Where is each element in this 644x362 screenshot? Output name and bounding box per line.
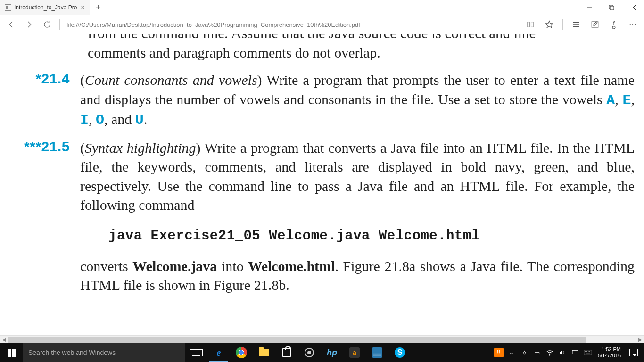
partial-line: from the command line. Assume that the J…: [88, 34, 637, 43]
code-example: java Exercise21_05 Welcome.java Welcome.…: [108, 228, 635, 244]
start-button[interactable]: [0, 343, 23, 362]
scroll-left-icon[interactable]: ◀: [0, 336, 8, 344]
tray-messages-icon[interactable]: [570, 343, 581, 362]
svg-marker-15: [560, 350, 562, 355]
page-icon: [5, 4, 11, 11]
tray-chevron-up[interactable]: ︿: [506, 343, 517, 362]
chrome-icon: [236, 347, 247, 358]
taskbar: Search the web and Windows e hp a S !! ︿…: [0, 343, 644, 362]
tray-battery-icon[interactable]: ▭: [531, 343, 543, 362]
exercise-21-5: ***21.5 (Syntax highlighting) Write a pr…: [0, 139, 637, 295]
svg-point-12: [632, 24, 633, 25]
url-input[interactable]: file:///C:/Users/Marian/Desktop/Introduc…: [64, 17, 521, 32]
tray-volume-icon[interactable]: [557, 343, 568, 362]
refresh-button[interactable]: [39, 16, 56, 33]
pdf-viewport[interactable]: from the command line. Assume that the J…: [0, 34, 637, 343]
clock-date: 5/14/2016: [598, 353, 621, 359]
windows-logo-icon: [8, 349, 16, 357]
close-tab-icon[interactable]: ×: [81, 4, 84, 11]
title-bar: Introduction_to_Java Pro × +: [0, 0, 644, 15]
web-note-button[interactable]: [586, 16, 603, 33]
skype-icon: S: [395, 347, 405, 358]
close-window-button[interactable]: [622, 0, 644, 15]
task-view-button[interactable]: [185, 343, 207, 362]
action-center-icon: [629, 349, 638, 356]
exercise-number: *21.4: [0, 71, 80, 130]
svg-point-11: [630, 24, 631, 25]
tray-wifi-icon[interactable]: [544, 343, 555, 362]
folder-icon: [259, 349, 269, 356]
exercise-body: (Syntax highlighting) Write a program th…: [80, 139, 635, 295]
taskbar-app-edge[interactable]: e: [207, 343, 230, 362]
browser-tab[interactable]: Introduction_to_Java Pro ×: [0, 0, 90, 15]
exercise-title: Count consonants and vowels: [85, 72, 257, 88]
search-placeholder: Search the web and Windows: [28, 349, 116, 356]
taskbar-app-explorer[interactable]: [253, 343, 275, 362]
amazon-icon: a: [349, 347, 360, 358]
scroll-track[interactable]: [8, 336, 636, 344]
pdf-page-content: from the command line. Assume that the J…: [0, 34, 637, 295]
exercise-21-4: *21.4 (Count consonants and vowels) Writ…: [0, 71, 637, 130]
exercise-body: (Count consonants and vowels) Write a pr…: [80, 71, 635, 130]
tab-title: Introduction_to_Java Pro: [14, 4, 77, 11]
svg-point-10: [613, 21, 615, 23]
tray-bluetooth-icon[interactable]: ✧: [519, 343, 530, 362]
more-button[interactable]: [624, 16, 641, 33]
taskbar-pinned-apps: e hp a S: [185, 343, 411, 362]
alert-badge-icon: !!: [494, 348, 504, 357]
new-tab-button[interactable]: +: [90, 0, 107, 15]
exercise-title: Syntax highlighting: [85, 140, 196, 156]
window-controls: [579, 0, 644, 15]
taskbar-app-amazon[interactable]: a: [343, 343, 366, 362]
back-button[interactable]: [3, 16, 20, 33]
exercise-number: ***21.5: [0, 139, 80, 295]
taskbar-app-store[interactable]: [275, 343, 298, 362]
svg-marker-5: [546, 21, 553, 28]
taskbar-search-input[interactable]: Search the web and Windows: [23, 343, 185, 362]
paragraph-prev-tail: comments and paragraph comments do not o…: [88, 43, 635, 63]
scroll-right-icon[interactable]: ▶: [636, 336, 644, 344]
svg-point-14: [549, 355, 550, 355]
taskbar-app-chrome[interactable]: [230, 343, 253, 362]
action-center-button[interactable]: [625, 349, 642, 356]
forward-button[interactable]: [21, 16, 38, 33]
store-icon: [282, 348, 291, 357]
minimize-button[interactable]: [579, 0, 601, 15]
circle-icon: [305, 348, 314, 357]
svg-rect-16: [572, 350, 578, 354]
taskbar-app-generic[interactable]: [298, 343, 321, 362]
task-view-icon: [192, 349, 200, 356]
svg-point-13: [635, 24, 636, 25]
maximize-button[interactable]: [601, 0, 622, 15]
share-button[interactable]: [605, 16, 622, 33]
reading-view-button[interactable]: [522, 16, 539, 33]
favorite-button[interactable]: [541, 16, 558, 33]
clock-time: 1:52 PM: [602, 346, 621, 353]
photos-icon: [372, 347, 382, 358]
address-bar: file:///C:/Users/Marian/Desktop/Introduc…: [0, 15, 644, 34]
taskbar-app-photos[interactable]: [366, 343, 388, 362]
horizontal-scrollbar[interactable]: ◀ ▶: [0, 335, 644, 343]
svg-rect-17: [584, 350, 592, 355]
taskbar-app-hp[interactable]: hp: [321, 343, 343, 362]
taskbar-app-skype[interactable]: S: [388, 343, 411, 362]
taskbar-clock[interactable]: 1:52 PM 5/14/2016: [595, 346, 624, 359]
edge-icon: e: [213, 347, 224, 358]
system-tray: !! ︿ ✧ ▭ 1:52 PM 5/14/2016: [493, 343, 644, 362]
scroll-thumb[interactable]: [8, 337, 586, 343]
tray-keyboard-icon[interactable]: [582, 343, 594, 362]
hp-icon: hp: [326, 347, 338, 358]
hub-button[interactable]: [568, 16, 585, 33]
svg-rect-2: [610, 6, 614, 10]
tray-notification-badge[interactable]: !!: [493, 343, 504, 362]
